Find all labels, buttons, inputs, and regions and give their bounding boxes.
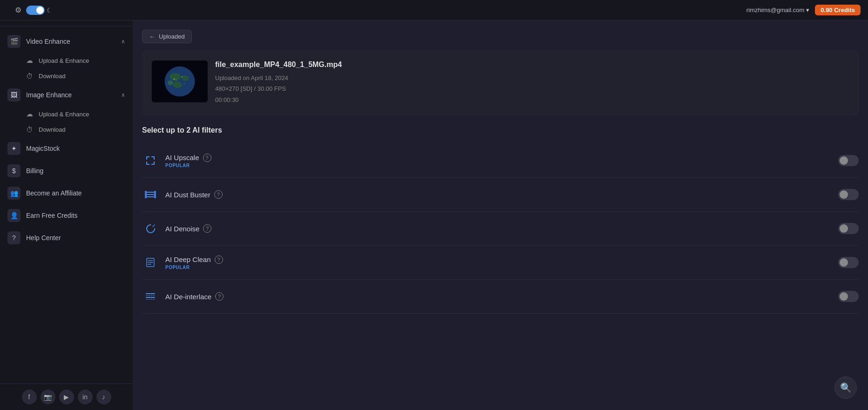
svg-point-10 — [184, 83, 185, 84]
popular-badge: POPULAR — [165, 163, 838, 168]
upload-icon: ☁ — [26, 56, 33, 65]
svg-rect-15 — [154, 191, 156, 198]
ai-de-interlace-toggle[interactable] — [838, 291, 859, 302]
sidebar-sub-label: Upload & Enhance — [39, 111, 89, 118]
sidebar-item-help-center[interactable]: ? Help Center — [0, 227, 133, 249]
sidebar-item-free-credits[interactable]: 👤 Earn Free Credits — [0, 204, 133, 227]
topbar: ⚙ ☾ rimzhims@gmail.com ▾ 0.90 Credits — [0, 0, 868, 20]
filter-name: AI Upscale ? — [165, 154, 838, 162]
chevron-up-icon: ∧ — [121, 92, 125, 98]
ai-dust-buster-icon — [142, 186, 159, 203]
youtube-icon[interactable]: ▶ — [59, 390, 74, 404]
filter-name-area: AI Dust Buster ? — [165, 190, 838, 199]
ai-de-interlace-icon — [142, 288, 159, 305]
moon-icon: ☾ — [47, 7, 53, 14]
ai-denoise-toggle[interactable] — [838, 223, 859, 234]
filter-row-ai-de-interlace: AI De-interlace ? — [142, 280, 859, 314]
file-card: file_example_MP4_480_1_5MG.mp4 Uploaded … — [142, 51, 859, 115]
help-icon[interactable]: ? — [215, 255, 223, 264]
sidebar-item-label: Billing — [26, 167, 43, 175]
upload-icon: ☁ — [26, 110, 33, 118]
sidebar: ☰ T TensorPix 🎬 Video Enhance ∧ ☁ Upload… — [0, 0, 133, 410]
toggle-thumb — [840, 258, 848, 267]
breadcrumb-button[interactable]: ← Uploaded — [142, 30, 192, 43]
toggle-thumb — [840, 224, 848, 233]
sidebar-item-label: Video Enhance — [26, 38, 115, 45]
sidebar-item-image-upload[interactable]: ☁ Upload & Enhance — [0, 106, 133, 122]
filter-name-area: AI De-interlace ? — [165, 292, 838, 301]
filter-row-ai-upscale: AI Upscale ? POPULAR — [142, 144, 859, 178]
file-duration: 00:00:30 — [215, 94, 849, 105]
help-icon[interactable]: ? — [203, 224, 211, 233]
chevron-up-icon: ∧ — [121, 38, 125, 45]
help-icon[interactable]: ? — [215, 292, 224, 301]
toggle-thumb — [840, 156, 848, 165]
dropdown-icon: ▾ — [806, 7, 809, 13]
sidebar-sub-label: Download — [39, 126, 66, 133]
sidebar-item-video-download[interactable]: ⏱ Download — [0, 68, 133, 84]
sidebar-item-label: MagicStock — [26, 145, 60, 152]
svg-point-7 — [174, 79, 175, 80]
main-content: ← Uploaded file_example_MP4_480_1_5MG.m — [133, 20, 868, 410]
sidebar-item-affiliate[interactable]: 👥 Become an Affiliate — [0, 182, 133, 204]
svg-point-5 — [168, 81, 173, 85]
back-icon: ← — [149, 33, 155, 40]
free-credits-icon: 👤 — [7, 209, 20, 222]
download-icon: ⏱ — [26, 126, 33, 134]
sidebar-sub-label: Download — [39, 73, 66, 80]
video-enhance-icon: 🎬 — [7, 35, 20, 48]
file-name: file_example_MP4_480_1_5MG.mp4 — [215, 60, 849, 69]
settings-icon[interactable]: ⚙ — [15, 6, 21, 14]
breadcrumb: ← Uploaded — [142, 30, 859, 43]
topbar-left: ⚙ ☾ — [7, 6, 53, 15]
credits-badge[interactable]: 0.90 Credits — [815, 5, 861, 15]
sidebar-item-video-upload[interactable]: ☁ Upload & Enhance — [0, 53, 133, 68]
popular-badge: POPULAR — [165, 265, 838, 270]
file-info: file_example_MP4_480_1_5MG.mp4 Uploaded … — [215, 60, 849, 105]
filter-name-area: AI Upscale ? POPULAR — [165, 154, 838, 168]
instagram-icon[interactable]: 📷 — [41, 390, 55, 404]
sidebar-nav: 🎬 Video Enhance ∧ ☁ Upload & Enhance ⏱ D… — [0, 27, 133, 383]
svg-point-8 — [176, 80, 176, 81]
ai-upscale-icon — [142, 152, 159, 169]
linkedin-icon[interactable]: in — [78, 390, 93, 404]
tiktok-icon[interactable]: ♪ — [96, 390, 111, 404]
sidebar-item-image-enhance[interactable]: 🖼 Image Enhance ∧ — [0, 84, 133, 106]
help-icon: ? — [7, 231, 20, 244]
user-email[interactable]: rimzhims@gmail.com ▾ — [746, 7, 809, 13]
ai-deep-clean-toggle[interactable] — [838, 257, 859, 268]
search-icon: 🔍 — [840, 382, 852, 393]
toggle-thumb — [840, 190, 848, 199]
facebook-icon[interactable]: f — [22, 390, 37, 404]
sidebar-item-label: Image Enhance — [26, 91, 115, 99]
sidebar-item-label: Help Center — [26, 234, 61, 242]
svg-rect-13 — [146, 196, 155, 197]
sidebar-item-label: Earn Free Credits — [26, 212, 77, 219]
svg-point-9 — [182, 76, 183, 77]
magicstock-icon: ✦ — [7, 142, 20, 155]
search-fab[interactable]: 🔍 — [834, 376, 857, 399]
svg-rect-14 — [145, 191, 147, 198]
svg-rect-12 — [146, 194, 155, 195]
filter-name: AI De-interlace ? — [165, 292, 838, 301]
filters-list: AI Upscale ? POPULAR — [142, 144, 859, 314]
sidebar-item-video-enhance[interactable]: 🎬 Video Enhance ∧ — [0, 30, 133, 53]
filters-section-title: Select up to 2 AI filters — [142, 126, 859, 134]
filter-name: AI Deep Clean ? — [165, 255, 838, 264]
theme-toggle-track[interactable] — [26, 6, 45, 15]
sidebar-item-image-download[interactable]: ⏱ Download — [0, 122, 133, 137]
file-meta: Uploaded on April 18, 2024 480×270 [SD] … — [215, 73, 849, 105]
help-icon[interactable]: ? — [214, 190, 223, 199]
filter-row-ai-dust-buster: AI Dust Buster ? — [142, 178, 859, 212]
ai-dust-buster-toggle[interactable] — [838, 189, 859, 200]
sidebar-item-magicstock[interactable]: ✦ MagicStock — [0, 137, 133, 160]
ai-denoise-icon — [142, 220, 159, 237]
toggle-thumb — [840, 292, 848, 301]
sidebar-item-billing[interactable]: $ Billing — [0, 160, 133, 182]
help-icon[interactable]: ? — [203, 154, 211, 162]
theme-toggle[interactable]: ☾ — [26, 6, 53, 15]
ai-deep-clean-icon — [142, 254, 159, 271]
sidebar-footer: f 📷 ▶ in ♪ — [0, 383, 133, 410]
theme-toggle-thumb — [36, 7, 44, 14]
ai-upscale-toggle[interactable] — [838, 155, 859, 166]
